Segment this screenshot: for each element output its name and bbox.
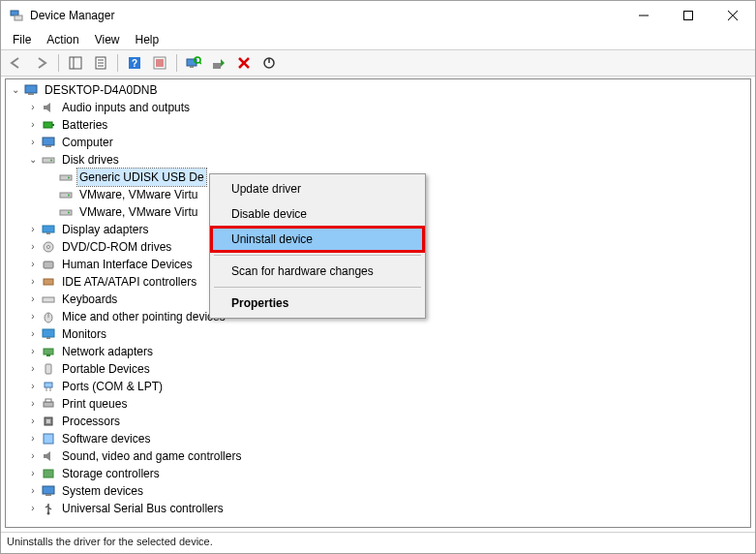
tree-node-portable[interactable]: ›Portable Devices	[6, 360, 750, 378]
chevron-right-icon[interactable]: ›	[25, 257, 41, 272]
tree-node-audio[interactable]: ›Audio inputs and outputs	[6, 99, 750, 116]
svg-rect-32	[60, 175, 72, 180]
chevron-down-icon[interactable]: ⌄	[25, 152, 41, 168]
disk-drive-icon	[41, 152, 56, 168]
context-menu: Update driver Disable device Uninstall d…	[209, 173, 426, 319]
show-hide-tree-button[interactable]	[64, 51, 87, 75]
chevron-right-icon[interactable]: ›	[25, 483, 41, 499]
minimize-button[interactable]	[621, 1, 666, 30]
ctx-disable-device[interactable]: Disable device	[212, 201, 423, 227]
menu-help[interactable]: Help	[128, 31, 167, 48]
menu-action[interactable]: Action	[39, 31, 86, 48]
tree-node-disk-drives[interactable]: ⌄Disk drives	[6, 151, 750, 169]
svg-rect-3	[684, 12, 693, 20]
svg-rect-36	[60, 210, 72, 215]
scan-hardware-button[interactable]	[182, 51, 205, 75]
tree-node-software[interactable]: ›Software devices	[6, 430, 750, 447]
tree-root[interactable]: ⌄ DESKTOP-D4A0DNB	[6, 81, 750, 99]
tree-node-system[interactable]: ›System devices	[6, 482, 750, 500]
chevron-right-icon[interactable]: ›	[25, 466, 41, 481]
action-icon-button[interactable]	[148, 51, 171, 75]
close-button[interactable]	[711, 1, 755, 30]
window-title: Device Manager	[30, 9, 621, 22]
svg-rect-57	[44, 402, 53, 407]
tree-node-ports[interactable]: ›Ports (COM & LPT)	[6, 378, 750, 395]
chevron-right-icon[interactable]: ›	[25, 239, 41, 255]
chevron-down-icon[interactable]: ⌄	[8, 82, 23, 98]
tree-node-network[interactable]: ›Network adapters	[6, 343, 750, 360]
chevron-right-icon[interactable]: ›	[25, 309, 41, 324]
chevron-right-icon[interactable]: ›	[25, 100, 41, 115]
tree-root-label: DESKTOP-D4A0DNB	[43, 81, 159, 99]
svg-point-33	[68, 177, 70, 179]
tree-node-monitors[interactable]: ›Monitors	[6, 325, 750, 343]
tree-node-computer[interactable]: ›Computer	[6, 134, 750, 151]
svg-rect-17	[190, 66, 194, 68]
svg-rect-38	[43, 226, 54, 232]
toolbar-separator	[58, 54, 59, 72]
window-frame: Device Manager File Action View Help ? ⌄	[0, 0, 756, 554]
svg-rect-0	[11, 11, 18, 15]
maximize-button[interactable]	[666, 1, 711, 30]
svg-rect-44	[43, 297, 54, 302]
system-icon	[41, 483, 56, 499]
printer-icon	[41, 396, 56, 412]
devmgr-icon	[9, 8, 24, 23]
update-driver-button[interactable]	[207, 51, 230, 75]
audio-icon	[41, 100, 56, 115]
software-icon	[41, 431, 56, 446]
computer-icon	[23, 82, 39, 98]
chevron-right-icon[interactable]: ›	[25, 379, 41, 394]
nav-forward-button[interactable]	[30, 51, 53, 75]
svg-rect-20	[213, 63, 221, 69]
ctx-properties[interactable]: Properties	[212, 291, 423, 316]
properties-button[interactable]	[89, 51, 112, 75]
tree-node-usb[interactable]: ›Universal Serial Bus controllers	[6, 500, 750, 517]
ctx-uninstall-device[interactable]: Uninstall device	[212, 227, 423, 252]
tree-node-storage[interactable]: ›Storage controllers	[6, 465, 750, 482]
port-icon	[41, 379, 56, 394]
svg-line-19	[199, 62, 201, 64]
chevron-right-icon[interactable]: ›	[25, 135, 41, 150]
battery-icon	[41, 117, 56, 133]
hid-icon	[41, 257, 56, 272]
svg-point-35	[68, 195, 70, 197]
chevron-right-icon[interactable]: ›	[25, 222, 41, 237]
svg-rect-42	[44, 262, 53, 268]
chevron-right-icon[interactable]: ›	[25, 292, 41, 307]
svg-rect-63	[43, 486, 54, 494]
svg-rect-50	[46, 337, 50, 339]
tree-node-batteries[interactable]: ›Batteries	[6, 116, 750, 134]
chevron-right-icon[interactable]: ›	[25, 414, 41, 429]
tree-node-printq[interactable]: ›Print queues	[6, 395, 750, 413]
ctx-scan-hardware[interactable]: Scan for hardware changes	[212, 259, 423, 284]
menu-view[interactable]: View	[87, 31, 128, 48]
chevron-right-icon[interactable]: ›	[25, 274, 41, 290]
uninstall-button[interactable]	[232, 51, 256, 75]
chevron-right-icon[interactable]: ›	[25, 117, 41, 133]
svg-text:?: ?	[132, 58, 137, 69]
menu-file[interactable]: File	[5, 31, 39, 48]
svg-rect-29	[45, 145, 51, 147]
statusbar: Uninstalls the driver for the selected d…	[1, 532, 755, 553]
chevron-right-icon[interactable]: ›	[25, 501, 41, 516]
disk-drive-icon	[58, 204, 74, 220]
chevron-right-icon[interactable]: ›	[25, 344, 41, 359]
computer-icon	[41, 135, 56, 150]
help-button[interactable]: ?	[123, 51, 146, 75]
ctx-update-driver[interactable]: Update driver	[212, 176, 423, 201]
chevron-right-icon[interactable]: ›	[25, 361, 41, 377]
svg-rect-62	[44, 470, 53, 477]
chevron-right-icon[interactable]: ›	[25, 396, 41, 412]
chevron-right-icon[interactable]: ›	[25, 326, 41, 342]
chevron-right-icon[interactable]: ›	[25, 448, 41, 464]
disable-button[interactable]	[257, 51, 281, 75]
chevron-right-icon[interactable]: ›	[25, 431, 41, 446]
network-icon	[41, 344, 56, 359]
nav-back-button[interactable]	[5, 51, 28, 75]
mouse-icon	[41, 309, 56, 324]
tree-node-processors[interactable]: ›Processors	[6, 413, 750, 430]
tree-node-sound[interactable]: ›Sound, video and game controllers	[6, 447, 750, 465]
svg-rect-39	[46, 232, 50, 234]
keyboard-icon	[41, 292, 56, 307]
